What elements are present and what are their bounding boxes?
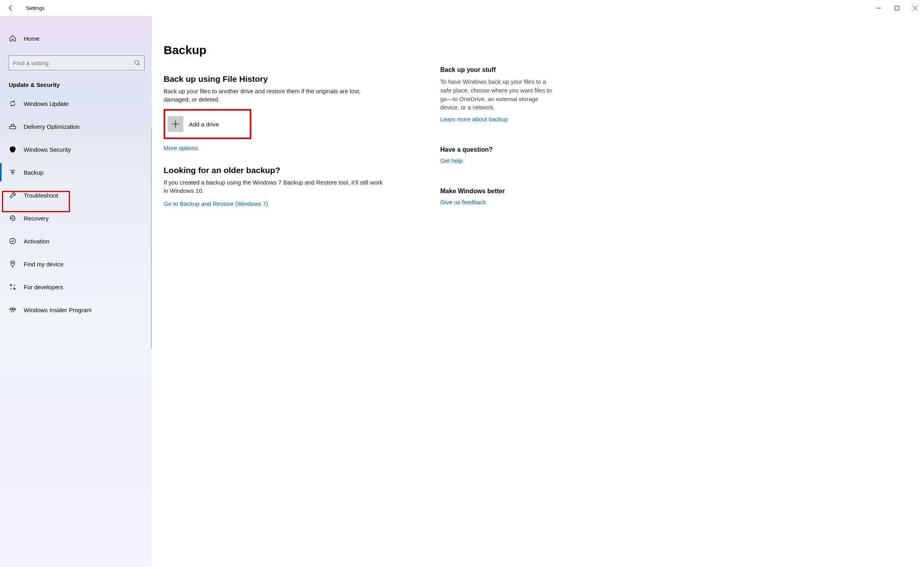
window-title: Settings — [26, 5, 45, 11]
sidebar-item-label: Activation — [24, 238, 49, 245]
sidebar: Home Update & Security Windows Update — [0, 16, 152, 567]
sidebar-item-windows-security[interactable]: Windows Security — [0, 138, 152, 161]
sidebar-item-windows-update[interactable]: Windows Update — [0, 92, 152, 115]
add-drive-button[interactable]: Add a drive — [168, 116, 245, 132]
delivery-icon — [9, 122, 17, 130]
svg-point-4 — [135, 60, 139, 64]
svg-point-8 — [10, 238, 15, 244]
check-circle-icon — [9, 237, 17, 245]
aside-text-backup: To have Windows back up your files to a … — [440, 77, 559, 112]
sidebar-item-windows-insider[interactable]: Windows Insider Program — [0, 298, 152, 321]
sidebar-item-backup[interactable]: Backup — [0, 161, 152, 184]
svg-point-9 — [12, 262, 13, 264]
section-heading-older-backup: Looking for an older backup? — [164, 166, 385, 175]
sidebar-item-label: For developers — [24, 284, 63, 290]
sidebar-group-label: Update & Security — [0, 74, 152, 92]
aside-heading-question: Have a question? — [440, 146, 559, 153]
page-title: Backup — [164, 43, 385, 57]
svg-point-12 — [11, 309, 12, 309]
sidebar-item-label: Recovery — [24, 215, 49, 222]
more-options-link[interactable]: More options — [164, 145, 198, 151]
location-icon — [9, 260, 17, 268]
sidebar-item-home[interactable]: Home — [0, 27, 152, 50]
section-description-older-backup: If you created a backup using the Window… — [164, 178, 385, 195]
sidebar-item-label: Windows Update — [24, 100, 68, 107]
sidebar-item-activation[interactable]: Activation — [0, 230, 152, 252]
home-icon — [9, 34, 17, 42]
sync-icon — [9, 100, 17, 107]
insider-icon — [9, 306, 17, 314]
backup-icon — [9, 168, 17, 176]
close-button[interactable] — [906, 2, 924, 14]
sidebar-item-label: Find my device — [24, 261, 64, 267]
titlebar: Settings — [0, 0, 924, 16]
plus-icon — [168, 116, 183, 132]
learn-more-link[interactable]: Learn more about backup — [440, 116, 508, 122]
add-drive-label: Add a drive — [189, 121, 219, 128]
back-button[interactable] — [7, 4, 14, 11]
sidebar-item-find-my-device[interactable]: Find my device — [0, 252, 152, 275]
search-input[interactable] — [9, 55, 145, 70]
minimize-button[interactable] — [869, 2, 888, 14]
maximize-button[interactable] — [888, 2, 906, 14]
search-field[interactable] — [13, 60, 134, 66]
aside-heading-feedback: Make Windows better — [440, 188, 559, 195]
shield-icon — [9, 145, 17, 153]
sidebar-item-label: Windows Insider Program — [24, 307, 92, 313]
aside-heading-backup: Back up your stuff — [440, 66, 559, 73]
search-icon — [134, 60, 140, 66]
sidebar-item-label: Delivery Optimization — [24, 123, 80, 130]
sidebar-item-for-developers[interactable]: For developers — [0, 275, 152, 298]
sidebar-item-delivery-optimization[interactable]: Delivery Optimization — [0, 115, 152, 138]
sidebar-item-label: Home — [24, 35, 40, 42]
section-heading-file-history: Back up using File History — [164, 74, 385, 84]
svg-rect-1 — [895, 6, 899, 10]
section-description-file-history: Back up your files to another drive and … — [164, 87, 385, 104]
sidebar-item-label: Backup — [24, 169, 43, 176]
annotation-highlight-sidebar — [2, 191, 70, 212]
svg-point-13 — [13, 309, 14, 309]
sidebar-item-label: Windows Security — [24, 146, 71, 153]
give-feedback-link[interactable]: Give us feedback — [440, 199, 486, 205]
tools-icon — [9, 283, 17, 291]
annotation-highlight-add-drive: Add a drive — [164, 109, 251, 139]
goto-backup-restore-link[interactable]: Go to Backup and Restore (Windows 7) — [164, 200, 268, 207]
get-help-link[interactable]: Get help — [440, 157, 463, 164]
history-icon — [9, 214, 17, 222]
svg-rect-6 — [9, 126, 16, 129]
svg-line-5 — [138, 64, 140, 66]
